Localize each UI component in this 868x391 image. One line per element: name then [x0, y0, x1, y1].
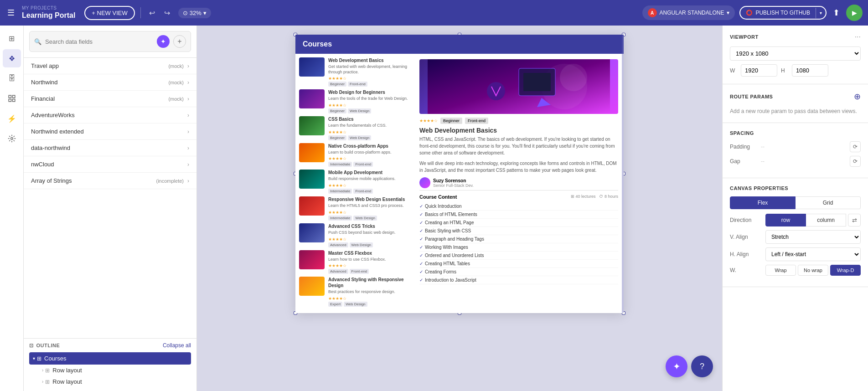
course-content-section: Course Content ⊞ 40 lectures ⏱ 8 hours ✓… [419, 190, 618, 284]
content-item: ✓ Quick Introduction [419, 202, 618, 211]
mode-flex-button[interactable]: Flex [730, 196, 796, 209]
wrap-wrapd-button[interactable]: Wrap-D [830, 265, 861, 276]
canvas-area[interactable]: Courses Web Development Basics Get start… [197, 26, 722, 391]
grid-icon: ⊞ [45, 379, 50, 385]
datasource-travel-app[interactable]: Travel app (mock) › [24, 58, 196, 74]
course-card[interactable]: CSS Basics Learn the fundamentals of CSS… [299, 116, 410, 140]
stars: ★★★★☆ [328, 103, 410, 108]
course-card[interactable]: Advanced Styling with Responsive Design … [299, 277, 410, 307]
outline-row-layout-2[interactable]: › ⊞ Row layout [29, 376, 191, 387]
check-icon: ✓ [419, 245, 423, 250]
dir-column-button[interactable]: column [806, 214, 846, 226]
mode-grid-button[interactable]: Grid [796, 196, 861, 209]
tags: Beginner Web Design [328, 108, 410, 113]
sidebar-item-database[interactable]: 🗄 [3, 69, 21, 87]
dir-swap-button[interactable]: ⇄ [848, 214, 861, 226]
search-input[interactable] [45, 38, 153, 45]
course-info: Web Design for Beginners Learn the tools… [328, 89, 410, 113]
add-datasource-button[interactable]: + [173, 35, 186, 48]
wrap-nowrap-button[interactable]: No wrap [798, 265, 828, 276]
datasource-array-of-strings[interactable]: Array of Strings (incomplete) › [24, 173, 196, 189]
menu-icon[interactable]: ☰ [5, 6, 16, 20]
datasource-financial[interactable]: Financial (mock) › [24, 91, 196, 107]
v-align-select[interactable]: Stretch [765, 230, 861, 244]
publish-dropdown[interactable]: ▾ [816, 8, 826, 18]
outline-child-label: Row layout [52, 367, 82, 374]
tags: Beginner Front-end [328, 82, 410, 87]
course-card[interactable]: Mobile App Development Build responsive … [299, 170, 410, 194]
route-params-desc: Add a new route param to pass data betwe… [730, 107, 861, 115]
route-params-section: ROUTE PARAMS ⊕ Add a new route param to … [723, 84, 868, 123]
spacing-title: SPACING [730, 130, 754, 136]
publish-button[interactable]: ⭕ PUBLISH TO GITHUB ▾ [739, 6, 827, 20]
course-thumb [299, 196, 325, 216]
course-card[interactable]: Master CSS Flexbox Learn how to use CSS … [299, 250, 410, 274]
datasource-adventureworks[interactable]: AdventureWorks › [24, 107, 196, 123]
wrap-wrap-button[interactable]: Wrap [765, 265, 796, 276]
svg-point-7 [560, 64, 587, 91]
course-card[interactable]: Advanced CSS Tricks Push CSS beyond basi… [299, 223, 410, 247]
zoom-icon: ⊙ [183, 10, 188, 16]
datasource-nwcloud[interactable]: nwCloud › [24, 156, 196, 173]
viewport-more-button[interactable]: ··· [855, 33, 861, 41]
datasource-northwind-extended[interactable]: Northwind extended › [24, 123, 196, 140]
course-thumb [299, 170, 325, 189]
badge-beginner: Beginner [440, 118, 462, 124]
search-area: 🔍 ✦ + [24, 26, 196, 58]
course-desc: Learn the tools of the trade for Web Des… [328, 96, 410, 102]
redo-button[interactable]: ↪ [161, 7, 173, 19]
add-param-button[interactable]: ⊕ [854, 92, 861, 102]
floating-magic-button[interactable]: ✦ [666, 355, 687, 377]
route-params-header: ROUTE PARAMS ⊕ [730, 92, 861, 102]
gap-reset-button[interactable]: ⟳ [850, 156, 861, 167]
width-input[interactable] [741, 64, 777, 77]
course-card[interactable]: Web Design for Beginners Learn the tools… [299, 89, 410, 113]
collapse-all-button[interactable]: Collapse all [163, 342, 191, 349]
datasource-name: AdventureWorks [31, 112, 184, 118]
scrollbar[interactable] [622, 35, 624, 313]
tags: Advanced Web Design [328, 242, 410, 247]
canvas-frame: Courses Web Development Basics Get start… [295, 35, 624, 313]
floating-help-button[interactable]: ? [691, 355, 713, 377]
tags: Expert Web Design [328, 302, 410, 307]
course-card[interactable]: Native Cross-platform Apps Learn to buil… [299, 143, 410, 167]
play-button[interactable]: ▶ [846, 5, 863, 21]
undo-button[interactable]: ↩ [146, 7, 158, 19]
course-card[interactable]: Web Development Basics Get started with … [299, 57, 410, 87]
framework-selector[interactable]: A ANGULAR STANDALONE ▾ [642, 5, 735, 20]
zoom-control[interactable]: ⊙ 32% ▾ [178, 8, 211, 18]
floating-buttons: ✦ ? [666, 355, 713, 377]
sidebar-item-pages[interactable]: ⊞ [3, 29, 21, 47]
expand-icon: › [187, 129, 189, 135]
content-item: ✓ Working With Images [419, 243, 618, 252]
height-input[interactable] [792, 64, 828, 77]
course-desc: Learn the fundamentals of CSS. [328, 123, 410, 129]
course-info: CSS Basics Learn the fundamentals of CSS… [328, 116, 410, 140]
search-icon: 🔍 [34, 38, 41, 45]
new-view-button[interactable]: + NEW VIEW [84, 6, 134, 20]
datasource-northwind[interactable]: Northwind (mock) › [24, 74, 196, 91]
outline-row-layout-1[interactable]: › ⊞ Row layout [29, 365, 191, 376]
course-thumb [299, 143, 325, 162]
magic-button[interactable]: ✦ [157, 35, 170, 48]
outline-courses-item[interactable]: ▾ ⊞ Courses [29, 352, 191, 365]
sidebar-item-components[interactable]: ❖ [3, 49, 21, 67]
course-card[interactable]: Responsive Web Design Essentials Learn t… [299, 196, 410, 221]
share-button[interactable]: ⬆ [831, 6, 842, 20]
sidebar-item-assets[interactable] [3, 129, 21, 148]
h-align-select[interactable]: Left / flex-start [765, 247, 861, 261]
outline-icon: ⊡ [29, 343, 34, 349]
viewport-select[interactable]: 1920 x 1080 [730, 46, 861, 61]
content-item: ✓ Creating HTML Tables [419, 260, 618, 268]
content-item: ✓ Basic Styling with CSS [419, 227, 618, 235]
sidebar-item-plugins[interactable] [3, 89, 21, 108]
stars: ★★★★☆ [328, 183, 410, 188]
publish-main[interactable]: ⭕ PUBLISH TO GITHUB [740, 7, 816, 19]
course-desc: Best practices for responsive design. [328, 289, 410, 295]
dir-row-button[interactable]: row [765, 214, 806, 226]
expand-icon: › [187, 112, 189, 118]
padding-reset-button[interactable]: ⟳ [850, 141, 861, 152]
sidebar-item-interactions[interactable]: ⚡ [3, 109, 21, 128]
separator [140, 7, 141, 18]
datasource-data-northwind[interactable]: data-northwind › [24, 140, 196, 156]
